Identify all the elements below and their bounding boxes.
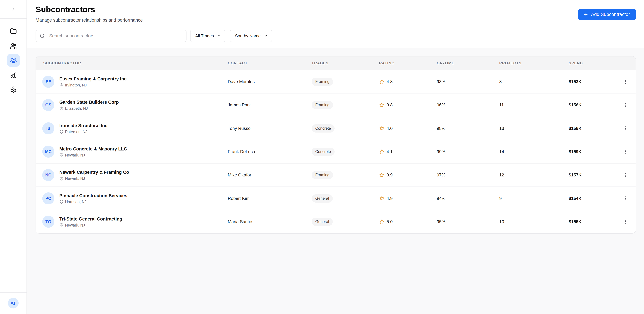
sidebar-item-projects[interactable]: [7, 25, 20, 37]
column-header-spend: SPEND: [569, 61, 621, 65]
rating-cell: 5.0: [379, 219, 437, 225]
rating-cell: 4.0: [379, 125, 437, 131]
company-avatar: GS: [42, 99, 54, 111]
rating-cell: 3.8: [379, 102, 437, 108]
more-vertical-icon: [622, 125, 628, 131]
row-menu-button[interactable]: [621, 194, 630, 203]
projects-cell: 13: [499, 126, 569, 131]
subcontractor-cell: PC Pinnacle Construction Services Harris…: [36, 192, 228, 204]
sidebar-expand-button[interactable]: [9, 5, 18, 14]
spend-cell: $159K: [569, 149, 621, 154]
sort-select[interactable]: Sort by Name: [230, 30, 272, 42]
company-name: Tri-State General Contracting: [59, 216, 122, 222]
user-avatar[interactable]: AT: [8, 298, 18, 309]
sidebar-item-settings[interactable]: [7, 83, 20, 96]
sidebar-item-contacts[interactable]: [7, 39, 20, 52]
company-name: Newark Carpentry & Framing Co: [59, 169, 129, 175]
sidebar-bottom-divider: [0, 292, 26, 293]
location-text: Newark, NJ: [65, 176, 85, 181]
subcontractor-cell: GS Garden State Builders Corp Elizabeth,…: [36, 99, 228, 111]
map-pin-icon: [59, 223, 64, 227]
row-menu-button[interactable]: [621, 170, 630, 180]
chevron-down-icon: [217, 34, 221, 38]
trade-badge: Framing: [312, 171, 333, 179]
page-title: Subcontractors: [36, 4, 95, 14]
table-row: MC Metro Concrete & Masonry LLC Newark, …: [36, 140, 636, 163]
trades-cell: Concrete: [312, 124, 379, 133]
company-avatar: PC: [42, 192, 54, 204]
map-pin-icon: [59, 106, 64, 111]
search-icon: [40, 33, 45, 39]
app-window: AT Subcontractors Manage subcontractor r…: [0, 0, 644, 314]
more-vertical-icon: [622, 172, 628, 178]
rating-cell: 4.8: [379, 79, 437, 85]
sidebar-item-reports[interactable]: [7, 69, 20, 81]
star-icon: [379, 196, 385, 201]
column-header-trades: TRADES: [312, 61, 379, 65]
trades-cell: Framing: [312, 78, 379, 86]
spend-cell: $156K: [569, 102, 621, 108]
trade-badge: Framing: [312, 101, 333, 109]
company-info: Essex Framing & Carpentry Inc Irvington,…: [59, 76, 126, 87]
row-menu-button[interactable]: [621, 124, 630, 133]
contact-cell: Dave Morales: [228, 79, 312, 84]
column-header-subcontractor: SUBCONTRACTOR: [36, 61, 228, 65]
on-time-cell: 98%: [437, 126, 499, 131]
sidebar-item-subcontractors[interactable]: [7, 54, 20, 67]
bar-chart-icon: [10, 72, 17, 78]
trades-cell: General: [312, 194, 379, 203]
location-text: Newark, NJ: [65, 223, 85, 228]
trades-cell: Framing: [312, 171, 379, 179]
column-header-on-time: ON-TIME: [437, 61, 499, 65]
trades-cell: General: [312, 218, 379, 226]
contact-cell: James Park: [228, 102, 312, 108]
page-subtitle: Manage subcontractor relationships and p…: [36, 17, 143, 23]
sidebar-top-divider: [0, 18, 26, 19]
company-avatar: EF: [42, 76, 54, 88]
on-time-cell: 94%: [437, 196, 499, 201]
sort-value: Sort by Name: [235, 33, 260, 38]
more-vertical-icon: [622, 79, 628, 85]
search-input[interactable]: [49, 33, 182, 39]
subcontractor-cell: NC Newark Carpentry & Framing Co Newark,…: [36, 169, 228, 181]
trades-cell: Concrete: [312, 148, 379, 156]
company-location: Irvington, NJ: [59, 83, 126, 87]
company-info: Garden State Builders Corp Elizabeth, NJ: [59, 99, 119, 111]
company-name: Ironside Structural Inc: [59, 123, 108, 129]
trade-badge: General: [312, 218, 333, 226]
sidebar: AT: [0, 0, 27, 314]
rating-value: 4.8: [386, 79, 392, 84]
actions-cell: [621, 124, 636, 133]
toolbar: All Trades Sort by Name: [36, 30, 272, 42]
trade-badge: Concrete: [312, 124, 334, 133]
map-pin-icon: [59, 200, 64, 204]
map-pin-icon: [59, 153, 64, 157]
row-menu-button[interactable]: [621, 77, 630, 86]
table-body: EF Essex Framing & Carpentry Inc Irvingt…: [36, 70, 636, 233]
rating-value: 3.9: [386, 172, 392, 178]
actions-cell: [621, 100, 636, 110]
more-vertical-icon: [622, 219, 628, 225]
row-menu-button[interactable]: [621, 147, 630, 156]
row-menu-button[interactable]: [621, 217, 630, 226]
actions-cell: [621, 147, 636, 156]
on-time-cell: 96%: [437, 102, 499, 108]
company-avatar: MC: [42, 146, 54, 158]
add-subcontractor-button[interactable]: Add Subcontractor: [578, 9, 636, 20]
trades-filter-value: All Trades: [195, 33, 214, 38]
column-header-rating: RATING: [379, 61, 437, 65]
trade-badge: Framing: [312, 78, 333, 86]
location-text: Newark, NJ: [65, 153, 85, 158]
star-icon: [379, 172, 385, 178]
company-name: Garden State Builders Corp: [59, 99, 119, 105]
spend-cell: $154K: [569, 196, 621, 201]
trade-badge: Concrete: [312, 148, 334, 156]
row-menu-button[interactable]: [621, 100, 630, 110]
column-header-projects: PROJECTS: [499, 61, 569, 65]
subcontractor-cell: MC Metro Concrete & Masonry LLC Newark, …: [36, 146, 228, 158]
more-vertical-icon: [622, 149, 628, 155]
trades-filter-select[interactable]: All Trades: [190, 30, 225, 42]
map-pin-icon: [59, 176, 64, 181]
page-header: Subcontractors Manage subcontractor rela…: [27, 0, 644, 48]
location-text: Paterson, NJ: [65, 129, 88, 134]
